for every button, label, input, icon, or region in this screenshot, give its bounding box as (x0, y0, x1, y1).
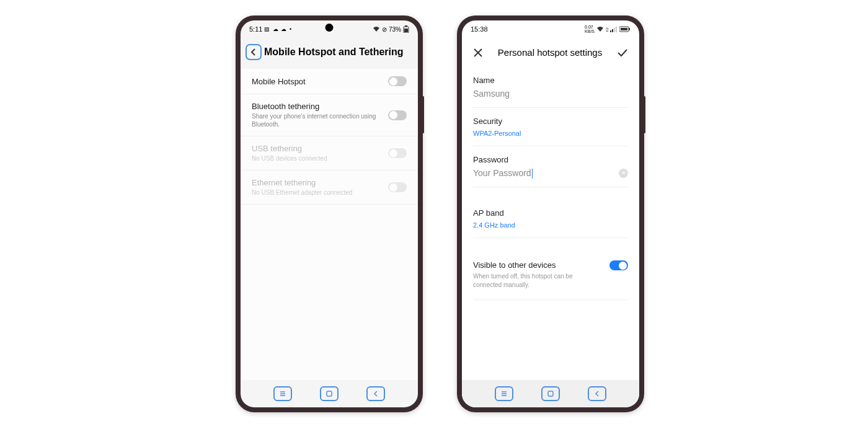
row-ethernet-tethering: Ethernet tethering No USB Ethernet adapt… (241, 170, 418, 205)
screen-b: 15:38 0.07KB/S ▯ Personal hotspot se (462, 20, 639, 407)
toggle-bluetooth-tethering[interactable] (388, 110, 407, 120)
row-mobile-hotspot[interactable]: Mobile Hotspot (241, 69, 418, 94)
svg-rect-7 (610, 30, 611, 32)
status-right: ⊘ 73% (373, 25, 409, 33)
speed-icon: 0.07KB/S (585, 25, 595, 33)
battery-icon (403, 25, 409, 33)
settings-form: Name Samsung Security WPA2-Personal Pass… (462, 67, 639, 380)
row-title: Mobile Hotspot (252, 77, 382, 86)
toggle-usb-tethering (388, 148, 407, 158)
row-title: Ethernet tethering (252, 178, 382, 187)
nav-back-button[interactable] (588, 386, 606, 401)
password-input[interactable]: Your Password (473, 168, 531, 178)
row-bluetooth-tethering[interactable]: Bluetooth tethering Share your phone's i… (241, 94, 418, 136)
navigation-bar (241, 380, 418, 407)
field-subtitle: When turned off, this hotspot can be con… (473, 272, 602, 290)
chevron-left-icon (250, 48, 257, 56)
nav-back-button[interactable] (366, 386, 385, 401)
sim-icon: ▯ (606, 27, 608, 32)
field-label: Security (473, 117, 628, 126)
status-right: 0.07KB/S ▯ (585, 25, 631, 33)
svg-rect-12 (629, 28, 630, 30)
signal-icon (610, 26, 618, 32)
field-value: 2.4 GHz band (473, 221, 628, 229)
toggle-ethernet-tethering (388, 182, 407, 192)
field-value: WPA2-Personal (473, 130, 628, 137)
field-ap-band[interactable]: AP band 2.4 GHz band (473, 200, 628, 238)
svg-rect-2 (404, 29, 408, 32)
svg-rect-13 (621, 28, 627, 30)
nav-recents-button[interactable] (495, 386, 513, 401)
status-left: 15:38 (471, 25, 488, 33)
svg-rect-1 (405, 25, 407, 27)
field-value: Samsung (473, 89, 628, 99)
row-subtitle: Share your phone's internet connection u… (252, 112, 382, 128)
wifi-icon (373, 26, 380, 32)
dnd-icon: ⊘ (382, 26, 387, 33)
field-security[interactable]: Security WPA2-Personal (473, 108, 628, 146)
field-label: Name (473, 76, 628, 85)
navigation-bar (462, 380, 639, 407)
status-icons-left: ▧ ☁ ☁ • (264, 26, 292, 32)
close-icon: ✕ (621, 170, 626, 176)
field-label: AP band (473, 208, 628, 218)
svg-rect-17 (548, 391, 553, 396)
svg-rect-6 (327, 391, 332, 396)
field-visible-to-others[interactable]: Visible to other devices When turned off… (473, 250, 628, 300)
back-button[interactable] (246, 44, 262, 60)
check-icon (617, 48, 628, 57)
close-icon (473, 48, 483, 58)
chevron-left-icon (594, 390, 600, 397)
home-icon (326, 390, 333, 397)
row-title: Bluetooth tethering (252, 102, 382, 111)
recents-icon (279, 391, 286, 397)
nav-home-button[interactable] (320, 386, 339, 401)
page-title: Mobile Hotspot and Tethering (264, 46, 404, 58)
page-header: Personal hotspot settings (462, 38, 639, 67)
screen-a: 5:11 ▧ ☁ ☁ • ⊘ 73% Mobile Hotspot and Te… (241, 20, 418, 407)
row-subtitle: No USB Ethernet adapter connected (252, 188, 382, 197)
nav-home-button[interactable] (541, 386, 560, 401)
battery-icon (619, 26, 631, 32)
svg-rect-8 (612, 29, 613, 32)
row-usb-tethering: USB tethering No USB devices connected (241, 136, 418, 170)
svg-rect-9 (614, 28, 615, 32)
status-time: 5:11 (249, 25, 262, 33)
close-button[interactable] (473, 48, 483, 58)
wifi-icon (596, 26, 604, 32)
recents-icon (500, 391, 508, 397)
phone-device-a: 5:11 ▧ ☁ ☁ • ⊘ 73% Mobile Hotspot and Te… (236, 16, 423, 412)
status-bar: 15:38 0.07KB/S ▯ (462, 20, 639, 38)
home-icon (547, 390, 554, 397)
phone-device-b: 15:38 0.07KB/S ▯ Personal hotspot se (457, 16, 644, 412)
battery-text: 73% (389, 26, 401, 33)
page-title: Personal hotspot settings (498, 47, 602, 58)
confirm-button[interactable] (617, 48, 628, 57)
field-label: Password (473, 155, 628, 164)
row-subtitle: No USB devices connected (252, 154, 382, 162)
status-left: 5:11 ▧ ☁ ☁ • (249, 25, 292, 33)
nav-recents-button[interactable] (273, 386, 292, 401)
row-title: USB tethering (252, 144, 382, 153)
page-header: Mobile Hotspot and Tethering (241, 38, 418, 69)
field-password[interactable]: Password Your Password ✕ (473, 146, 628, 187)
field-name[interactable]: Name Samsung (473, 67, 628, 108)
chevron-left-icon (373, 390, 379, 397)
clear-password-button[interactable]: ✕ (619, 169, 628, 178)
camera-hole (326, 24, 334, 32)
field-label: Visible to other devices (473, 260, 602, 270)
toggle-visible[interactable] (609, 260, 628, 270)
status-time: 15:38 (471, 25, 488, 33)
settings-list: Mobile Hotspot Bluetooth tethering Share… (241, 69, 418, 380)
svg-rect-10 (616, 27, 617, 32)
toggle-mobile-hotspot[interactable] (388, 76, 407, 86)
